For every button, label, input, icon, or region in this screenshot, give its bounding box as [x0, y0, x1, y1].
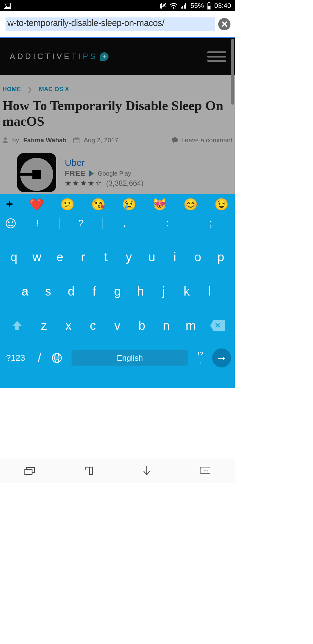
key-b[interactable]: b: [130, 316, 154, 335]
emoji-key[interactable]: 😊: [183, 198, 198, 211]
breadcrumb-home[interactable]: HOME: [2, 86, 21, 93]
ad-rating-count: (3,382,664): [106, 179, 144, 188]
key-n[interactable]: n: [154, 316, 179, 335]
shift-key[interactable]: [2, 316, 32, 335]
key-x[interactable]: x: [56, 316, 81, 335]
key-d[interactable]: d: [60, 282, 83, 301]
key-c[interactable]: c: [81, 316, 105, 335]
punct-key[interactable]: ,: [102, 218, 146, 229]
key-l[interactable]: l: [198, 282, 221, 301]
punct-key[interactable]: :: [146, 218, 189, 229]
svg-rect-6: [182, 6, 183, 9]
key-h[interactable]: h: [129, 282, 152, 301]
ad-app-name: Uber: [65, 158, 144, 168]
key-a[interactable]: a: [13, 282, 37, 301]
emoji-key[interactable]: 😕: [60, 198, 75, 211]
comment-icon: [171, 137, 178, 143]
key-q[interactable]: q: [2, 248, 25, 266]
wifi-icon: ↕: [170, 3, 178, 9]
key-u[interactable]: u: [140, 248, 163, 266]
play-store-icon: [89, 170, 95, 177]
breadcrumb: HOME ❯ MAC OS X: [0, 75, 235, 97]
emoji-suggestion-row: + ❤️ 😕 😘 😢 😻 😊 😉: [0, 194, 235, 215]
home-button[interactable]: [84, 466, 94, 476]
battery-percent: 55%: [190, 2, 204, 10]
punct-key[interactable]: ;: [189, 218, 232, 229]
iq-bot: .: [193, 356, 208, 365]
clear-url-button[interactable]: ✕: [218, 18, 230, 30]
svg-rect-29: [200, 467, 210, 473]
svg-point-23: [12, 221, 13, 223]
emoji-panel-button[interactable]: [6, 218, 16, 229]
key-z[interactable]: z: [32, 316, 56, 335]
ad-price: FREE: [65, 169, 86, 178]
key-r[interactable]: r: [72, 248, 94, 266]
soft-keyboard: + ❤️ 😕 😘 😢 😻 😊 😉 ! ? , : ; q w e r t y u…: [0, 194, 235, 388]
by-label: by: [12, 136, 19, 144]
status-bar: ↕ 55% 03:40: [0, 0, 235, 11]
key-g[interactable]: g: [106, 282, 129, 301]
breadcrumb-category[interactable]: MAC OS X: [39, 86, 69, 93]
svg-point-22: [8, 221, 10, 223]
logo-text-1: ADDICTIVE: [10, 52, 72, 61]
punct-key[interactable]: ?: [59, 218, 103, 229]
web-page: ADDICTIVETIPS + HOME ❯ MAC OS X How To T…: [0, 38, 235, 194]
leave-comment-link[interactable]: Leave a comment: [181, 136, 232, 144]
key-row-3: z x c v b n m ✕: [0, 316, 235, 335]
svg-rect-16: [77, 137, 78, 139]
go-button[interactable]: →: [212, 348, 231, 367]
emoji-key[interactable]: ❤️: [29, 198, 44, 211]
site-logo[interactable]: ADDICTIVETIPS +: [10, 52, 109, 61]
calendar-icon: [73, 137, 79, 143]
emoji-key[interactable]: 😉: [214, 198, 229, 211]
key-e[interactable]: e: [48, 248, 71, 266]
svg-point-3: [173, 7, 174, 9]
emoji-key[interactable]: 😘: [91, 198, 105, 211]
svg-rect-15: [75, 137, 75, 139]
svg-rect-27: [25, 470, 32, 475]
add-emoji-button[interactable]: +: [6, 198, 13, 211]
svg-point-1: [5, 4, 6, 6]
key-y[interactable]: y: [117, 248, 140, 266]
key-v[interactable]: v: [105, 316, 130, 335]
svg-rect-14: [74, 138, 79, 140]
key-j[interactable]: j: [152, 282, 175, 301]
language-key[interactable]: [51, 352, 67, 363]
punctuation-row: ! ? , : ;: [0, 215, 235, 232]
key-row-1: q w e r t y u i o p: [0, 248, 235, 266]
punctuation-key[interactable]: !? .: [193, 351, 208, 365]
key-t[interactable]: t: [94, 248, 117, 266]
punct-key[interactable]: !: [16, 218, 59, 229]
key-f[interactable]: f: [83, 282, 106, 301]
svg-point-21: [6, 219, 15, 228]
key-k[interactable]: k: [175, 282, 198, 301]
emoji-key[interactable]: 😢: [122, 198, 136, 211]
svg-point-17: [172, 137, 178, 142]
space-key[interactable]: English: [72, 350, 188, 366]
recents-button[interactable]: [24, 467, 36, 475]
key-o[interactable]: o: [186, 248, 209, 266]
scrollbar-thumb[interactable]: [231, 39, 234, 105]
app-ad[interactable]: Uber FREE Google Play ★★★★☆ (3,382,664): [0, 153, 235, 192]
key-row-bottom: ?123 / English !? . →: [0, 348, 235, 367]
key-p[interactable]: p: [209, 248, 232, 266]
site-header: ADDICTIVETIPS +: [0, 38, 235, 75]
key-i[interactable]: i: [163, 248, 186, 266]
key-s[interactable]: s: [37, 282, 60, 301]
key-w[interactable]: w: [25, 248, 48, 266]
svg-text:↕: ↕: [175, 7, 177, 9]
emoji-key[interactable]: 😻: [153, 198, 167, 211]
svg-rect-8: [185, 3, 186, 9]
backspace-key[interactable]: ✕: [203, 316, 232, 335]
clock-text: 03:40: [214, 2, 231, 10]
keyboard-hide-button[interactable]: [200, 467, 211, 475]
chevron-right-icon: ❯: [28, 86, 32, 93]
url-input[interactable]: w-to-temporarily-disable-sleep-on-macos/: [6, 17, 215, 31]
slash-key[interactable]: /: [32, 351, 47, 365]
key-m[interactable]: m: [179, 316, 203, 335]
author-link[interactable]: Fatima Wahab: [23, 136, 67, 144]
numbers-key[interactable]: ?123: [4, 353, 28, 363]
menu-button[interactable]: [207, 51, 226, 62]
battery-icon: [207, 2, 211, 9]
back-button[interactable]: [142, 466, 151, 476]
